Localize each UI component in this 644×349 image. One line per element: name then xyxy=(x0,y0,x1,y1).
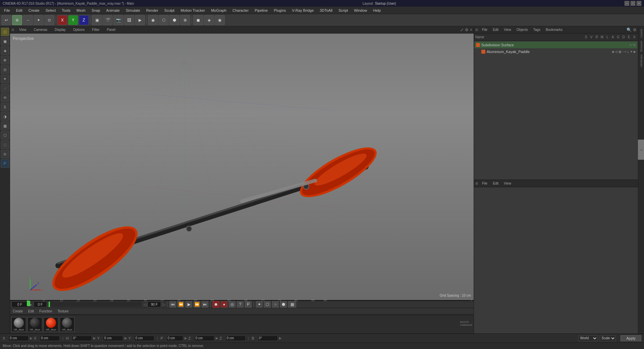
material-swatch-4[interactable]: VR_Alun xyxy=(60,317,74,332)
key-sel-button[interactable]: ? xyxy=(237,301,244,308)
menu-simulate[interactable]: Simulate xyxy=(123,8,143,13)
vp-cameras-menu[interactable]: Cameras xyxy=(32,27,50,32)
spline-tool[interactable]: S xyxy=(1,103,9,111)
vp-maximize-icon[interactable]: ⤢ xyxy=(460,28,464,32)
point-mode-button[interactable]: ⊕ xyxy=(180,15,190,25)
viewport[interactable]: Perspective xyxy=(10,34,474,300)
menu-mesh[interactable]: Mesh xyxy=(74,8,88,13)
move-tool[interactable]: ⊕ xyxy=(1,56,9,64)
render-settings-button[interactable]: ▣ xyxy=(92,15,102,25)
remove-keyframe-button[interactable]: ⬡ xyxy=(264,301,271,308)
coord-p-input[interactable] xyxy=(166,336,183,341)
attr-file-menu[interactable]: File xyxy=(481,181,489,186)
menu-animate[interactable]: Animate xyxy=(104,8,122,13)
coord-z2-input[interactable] xyxy=(225,336,246,341)
menu-script[interactable]: Script xyxy=(336,8,351,13)
edge-mode-button[interactable]: ⬢ xyxy=(169,15,179,25)
select-button[interactable]: → xyxy=(23,15,33,25)
om-file-menu[interactable]: File xyxy=(481,28,489,32)
skip-end-button[interactable]: ⏭ xyxy=(202,301,208,308)
menu-tools[interactable]: Tools xyxy=(59,8,73,13)
om-drag-handle[interactable]: ⊞ xyxy=(475,28,478,32)
coord-z-input[interactable] xyxy=(194,336,214,341)
render-button[interactable]: 🎬 xyxy=(103,15,113,25)
current-frame-marker[interactable] xyxy=(27,301,30,306)
rotate-button[interactable]: ⊙ xyxy=(44,15,54,25)
workaround-button[interactable]: ◉ xyxy=(215,15,225,25)
render-active-view-button[interactable]: 📷 xyxy=(113,15,123,25)
key-all-button[interactable]: ◎ xyxy=(229,301,235,308)
menu-help[interactable]: Help xyxy=(371,8,384,13)
object-row-subdivision[interactable]: Subdivision Surface ✎ 👁 xyxy=(475,42,637,48)
coord-x2-input[interactable] xyxy=(40,336,60,341)
picture-viewer-button[interactable]: 🖼 xyxy=(124,15,134,25)
coord-space-select[interactable]: World Object Camera xyxy=(578,335,598,341)
timeline-scrubber[interactable] xyxy=(48,301,142,307)
menu-window[interactable]: Window xyxy=(351,8,370,13)
step-forward-button[interactable]: ⏩ xyxy=(194,301,200,308)
grid-tool[interactable]: ▦ xyxy=(1,121,9,130)
maximize-button[interactable]: □ xyxy=(631,1,635,6)
current-frame-field[interactable] xyxy=(11,301,28,307)
coord-y2-input[interactable] xyxy=(134,336,154,341)
motion-record-button[interactable]: ⬢ xyxy=(280,301,287,308)
object-row-kayak[interactable]: Aluminium_Kayak_Paddle ◉ ◎ ▦ – ≡ △ ▼ ▶ xyxy=(475,48,637,55)
axis-tool[interactable]: ◈ xyxy=(1,46,9,55)
timeline-track[interactable] xyxy=(10,301,474,301)
vp-close-icon[interactable]: × xyxy=(470,28,472,32)
close-button[interactable]: × xyxy=(637,1,641,6)
om-objects-menu[interactable]: Objects xyxy=(515,28,529,32)
vp-options-menu[interactable]: Options xyxy=(71,27,87,32)
menu-select[interactable]: Select xyxy=(43,8,59,13)
object-mode-button[interactable]: ◉ xyxy=(148,15,158,25)
minimize-button[interactable]: ─ xyxy=(625,1,629,6)
menu-file[interactable]: File xyxy=(1,8,13,13)
search-icon[interactable]: 🔍 xyxy=(627,28,632,32)
attr-drag-handle[interactable]: ⊞ xyxy=(475,182,478,185)
motion-clip-button[interactable]: P xyxy=(245,301,252,308)
attr-edit-menu[interactable]: Edit xyxy=(491,181,500,186)
playforward-button[interactable]: ▶ xyxy=(135,15,145,25)
menu-render[interactable]: Render xyxy=(144,8,161,13)
keyframe-sel-button[interactable]: ○ xyxy=(272,301,279,308)
play-button[interactable]: ▶ xyxy=(185,301,192,308)
menu-create[interactable]: Create xyxy=(26,8,42,13)
menu-pipeline[interactable]: Pipeline xyxy=(252,8,270,13)
menu-motion-tracker[interactable]: Motion Tracker xyxy=(178,8,208,13)
menu-plugins[interactable]: Plugins xyxy=(271,8,288,13)
magnet-tool[interactable]: ⟲ xyxy=(1,93,9,102)
undo-button[interactable]: ↩ xyxy=(1,15,11,25)
vp-filter-menu[interactable]: Filter xyxy=(90,27,102,32)
om-edit-menu[interactable]: Edit xyxy=(491,28,500,32)
preview-button[interactable]: ▦ xyxy=(288,301,296,308)
snap-button[interactable]: ◼ xyxy=(193,15,203,25)
menu-3dtoall[interactable]: 3DToAll xyxy=(317,8,335,13)
coord-h-input[interactable] xyxy=(72,336,92,341)
material-swatch-1[interactable]: VR_Alun xyxy=(11,317,26,332)
model-tool[interactable]: ⬡ xyxy=(1,28,9,36)
record-button[interactable]: ⏺ xyxy=(213,301,219,308)
filter-icon[interactable]: ⚙ xyxy=(633,28,637,32)
menu-snap[interactable]: Snap xyxy=(89,8,103,13)
vp-settings-icon[interactable]: ⚙ xyxy=(465,28,469,32)
skip-start-button[interactable]: ⏮ xyxy=(169,301,176,308)
axis-z-button[interactable]: Z xyxy=(79,15,89,25)
vp-panel-menu[interactable]: Panel xyxy=(105,27,118,32)
sphere-tool[interactable]: ⊙ xyxy=(1,150,9,158)
attr-view-menu[interactable]: View xyxy=(502,181,513,186)
add-keyframe-button[interactable]: ✦ xyxy=(256,301,263,308)
sculpt-tool[interactable]: ◑ xyxy=(1,112,9,121)
coord-b-input[interactable] xyxy=(258,336,278,341)
rotate-tool[interactable]: ✦ xyxy=(1,74,9,83)
om-view-menu[interactable]: View xyxy=(502,28,513,32)
menu-character[interactable]: Character xyxy=(230,8,251,13)
menu-mograph[interactable]: MoGraph xyxy=(208,8,229,13)
mat-texture-menu[interactable]: Texture xyxy=(56,309,70,313)
python-tool[interactable]: P xyxy=(1,159,9,168)
menu-sculpt[interactable]: Sculpt xyxy=(162,8,177,13)
apply-button[interactable]: Apply xyxy=(621,335,641,341)
axis-x-button[interactable]: X xyxy=(57,15,67,25)
material-swatch-2[interactable]: VR_Alun xyxy=(28,317,42,332)
poly-tool[interactable]: ⬡ xyxy=(1,131,9,140)
material-swatch-3[interactable]: VR_Alun xyxy=(44,317,58,332)
